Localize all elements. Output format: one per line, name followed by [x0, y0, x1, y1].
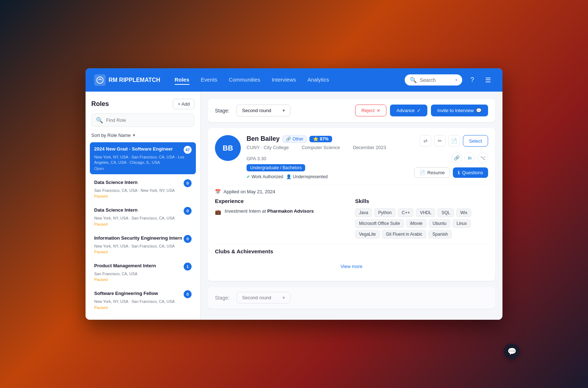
logo-text: RM RIPPLEMATCH	[109, 77, 160, 83]
stage-actions: Reject ✕ Advance ✓ Invite to Interview 💬	[355, 105, 488, 116]
skill-ubuntu: Ubuntu	[429, 219, 451, 228]
edit-button[interactable]: ✏	[434, 135, 446, 147]
questions-button[interactable]: ℹ Questions	[453, 167, 488, 178]
underrep-icon: 👤	[286, 174, 291, 179]
find-role-input[interactable]	[106, 117, 190, 123]
meta-sep-1: ·	[295, 145, 296, 150]
view-more-link[interactable]: View more	[340, 264, 362, 269]
candidate-info: Ben Bailey 🔗 Other ⭐ 87% CUNY · Cit	[247, 135, 408, 179]
resume-icon: 📄	[419, 170, 425, 175]
skill-python: Python	[374, 208, 395, 217]
role-badge-1: 0	[184, 179, 192, 187]
nav-analytics[interactable]: Analytics	[307, 75, 329, 85]
search-input[interactable]	[420, 77, 453, 83]
advance-button[interactable]: Advance ✓	[390, 105, 427, 116]
stage-chevron-icon: ▾	[282, 108, 285, 113]
match-pct: 87%	[320, 137, 329, 142]
document-button[interactable]: 📄	[449, 135, 460, 147]
help-icon[interactable]: ?	[467, 74, 478, 86]
work-auth-check-icon: ✔	[247, 174, 250, 179]
role-item-1[interactable]: Data Science Intern 0 San Francisco, CA,…	[90, 176, 196, 202]
skill-vegalite: VegaLite	[355, 230, 380, 239]
candidate-name-row: Ben Bailey 🔗 Other ⭐ 87%	[247, 135, 408, 143]
select-button[interactable]: Select	[463, 135, 488, 147]
experience-section: Experience 💼 Investment Intern at Pharma…	[215, 198, 348, 239]
role-location-1: San Francisco, CA, USA · New York, NY, U…	[94, 188, 192, 193]
bottom-stage-chevron-icon: ▾	[282, 295, 285, 300]
skills-section: Skills Java Python C++ VHDL SQL Wix Micr…	[355, 198, 488, 239]
view-more[interactable]: View more	[215, 259, 488, 274]
tag-other-text: Other	[293, 137, 303, 142]
clubs-section: Clubs & Achievements	[215, 244, 488, 254]
stage-label: Stage:	[215, 108, 229, 114]
skills-title: Skills	[355, 198, 488, 204]
header-actions: 🔍 ▾ ? ☰	[405, 74, 494, 86]
role-badge-4: 1	[184, 263, 192, 271]
skill-imovie: iMovie	[406, 219, 427, 228]
role-item-0[interactable]: 2024 New Grad - Software Engineer 47 New…	[90, 142, 196, 174]
questions-icon: ℹ	[458, 170, 460, 175]
add-role-button[interactable]: + Add	[173, 99, 194, 109]
search-role-box[interactable]: 🔍	[91, 114, 194, 127]
work-auth-text: Work Authorized	[252, 174, 283, 179]
skill-vhdl: VHDL	[416, 208, 435, 217]
role-item-2[interactable]: Data Science Intern 0 New York, NY, USA …	[90, 203, 196, 230]
tag-match: ⭐ 87%	[309, 136, 332, 142]
nav-events[interactable]: Events	[201, 75, 217, 85]
applied-text: Applied on May 21, 2024	[224, 189, 275, 194]
linkedin-icon[interactable]: in	[464, 152, 475, 163]
bottom-stage-select[interactable]: Second round ▾	[236, 292, 290, 304]
questions-label: Questions	[462, 170, 483, 175]
link-icon[interactable]: 🔗	[451, 152, 462, 163]
reject-label: Reject	[361, 108, 375, 113]
role-name-4: Product Management Intern	[94, 263, 156, 269]
bottom-stage-label: Stage:	[215, 295, 229, 301]
nav-roles[interactable]: Roles	[175, 75, 189, 85]
role-badge-5: 0	[184, 290, 192, 298]
candidate-grad-date: December 2023	[353, 145, 386, 150]
role-status-3: Paused	[94, 250, 192, 254]
github-icon[interactable]: ⌥	[477, 152, 488, 163]
match-star-icon: ⭐	[313, 137, 318, 142]
candidate-name: Ben Bailey	[247, 135, 280, 143]
skill-git-arabic: Git Fluent in Arabic	[382, 230, 426, 239]
chat-button[interactable]: 💬	[504, 343, 520, 359]
role-item-4[interactable]: Product Management Intern 1 San Francisc…	[90, 259, 196, 285]
resume-questions-row: 📄 Resume ℹ Questions	[414, 167, 488, 178]
candidate-top: BB Ben Bailey 🔗 Other ⭐ 87%	[215, 135, 488, 179]
nav-communities[interactable]: Communities	[229, 75, 260, 85]
skill-wix: Wix	[456, 208, 471, 217]
sort-bar[interactable]: Sort by Role Name ▾	[86, 131, 200, 141]
role-name-0: 2024 New Grad - Software Engineer	[94, 146, 173, 152]
sort-chevron-icon: ▾	[133, 133, 135, 138]
experience-title: Experience	[215, 198, 348, 204]
role-status-5: Paused	[94, 305, 192, 310]
role-item-3[interactable]: Information Security Engineering Intern …	[90, 231, 196, 258]
stage-bar-top: Stage: Second round ▾ Reject ✕ Advance ✓	[208, 99, 495, 122]
candidate-tags: ✔ Work Authorized 👤 Underrepresented	[247, 174, 408, 179]
sidebar-title: Roles	[91, 100, 109, 108]
sort-label: Sort by Role Name	[91, 133, 131, 138]
stage-bar-bottom: Stage: Second round ▾	[208, 287, 495, 309]
menu-icon[interactable]: ☰	[482, 74, 494, 86]
role-item-5[interactable]: Software Engineering Fellow 0 New York, …	[90, 287, 196, 313]
nav-interviews[interactable]: Interviews	[272, 75, 296, 85]
experience-item-0: 💼 Investment Intern at Pharmakon Advisor…	[215, 208, 348, 215]
role-location-4: San Francisco, CA, USA	[94, 271, 192, 277]
search-role-icon: 🔍	[96, 117, 103, 124]
role-name-1: Data Science Intern	[94, 179, 138, 186]
skill-cpp: C++	[398, 208, 414, 217]
invite-label: Invite to Interview	[437, 108, 474, 113]
sidebar-header: Roles + Add	[86, 92, 200, 114]
shuffle-button[interactable]: ⇄	[420, 135, 431, 147]
work-authorized-tag: ✔ Work Authorized	[247, 174, 283, 179]
search-icon: 🔍	[410, 77, 417, 83]
tag-other-icon: 🔗	[286, 137, 291, 142]
stage-select[interactable]: Second round ▾	[236, 105, 290, 116]
search-box[interactable]: 🔍 ▾	[405, 74, 462, 86]
invite-to-interview-button[interactable]: Invite to Interview 💬	[431, 105, 488, 116]
skill-spanish: Spanish	[428, 230, 452, 239]
resume-button[interactable]: 📄 Resume	[414, 167, 450, 178]
reject-button[interactable]: Reject ✕	[355, 105, 386, 116]
advance-label: Advance	[396, 108, 415, 113]
